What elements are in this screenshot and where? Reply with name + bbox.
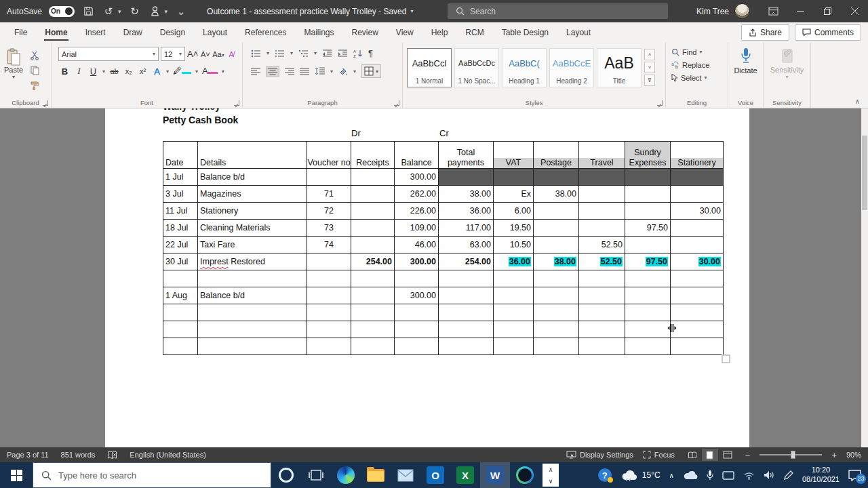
table-cell[interactable] (579, 220, 625, 237)
table-cell[interactable] (625, 237, 671, 253)
table-cell[interactable] (351, 186, 395, 203)
table-cell[interactable] (351, 270, 395, 287)
table-cell[interactable]: Stationery (198, 203, 307, 220)
table-cell[interactable] (307, 270, 351, 287)
table-cell[interactable] (351, 237, 395, 253)
table-cell[interactable] (439, 169, 494, 186)
text-effects-icon[interactable]: A (152, 66, 162, 77)
zoom-out-button[interactable]: − (745, 450, 751, 460)
start-button[interactable] (0, 462, 33, 488)
table-cell[interactable] (671, 220, 724, 237)
table-cell[interactable]: 72 (307, 203, 351, 220)
column-header[interactable]: Details (198, 142, 307, 169)
table-cell[interactable]: Cleaning Materials (198, 220, 307, 237)
taskbar-search[interactable]: Type here to search (33, 462, 271, 488)
network-icon[interactable] (743, 471, 755, 480)
table-cell[interactable] (163, 338, 198, 355)
table-cell[interactable] (625, 338, 671, 355)
zoom-slider[interactable] (760, 454, 822, 455)
table-cell[interactable]: 226.00 (395, 203, 439, 220)
table-cell[interactable]: 3 Jul (163, 186, 198, 203)
column-header[interactable]: Sundry Expenses (625, 142, 671, 169)
table-cell[interactable] (351, 203, 395, 220)
copy-icon[interactable] (27, 64, 42, 77)
zoom-level[interactable]: 90% (846, 451, 861, 459)
column-header[interactable]: Balance (395, 142, 439, 169)
sort-icon[interactable]: AZ (353, 49, 363, 58)
style-normal[interactable]: AaBbCcl 1 Normal (407, 48, 452, 87)
column-header[interactable]: Travel (579, 142, 625, 169)
table-cell[interactable] (625, 203, 671, 220)
table-cell[interactable] (534, 237, 579, 253)
tab-draw[interactable]: Draw (115, 22, 151, 43)
table-cell[interactable]: 71 (307, 186, 351, 203)
pen-tray-icon[interactable] (783, 470, 793, 481)
table-cell[interactable]: Taxi Fare (198, 237, 307, 253)
display-settings-button[interactable]: Display Settings (566, 451, 633, 459)
table-cell[interactable] (671, 169, 724, 186)
table-cell[interactable] (671, 304, 724, 321)
styles-scroll-down-icon[interactable]: ˅ (644, 62, 655, 73)
tab-view[interactable]: View (387, 22, 422, 43)
find-button[interactable]: Find▾ (671, 45, 728, 58)
table-cell[interactable] (579, 304, 625, 321)
style-no-spacing[interactable]: AaBbCcDc 1 No Spac... (454, 48, 499, 87)
italic-button[interactable]: I (74, 66, 84, 77)
close-button[interactable] (841, 0, 868, 22)
table-cell[interactable]: 1 Aug (163, 287, 198, 304)
column-header[interactable]: Date (163, 142, 198, 169)
table-cell[interactable] (494, 169, 534, 186)
table-cell[interactable] (351, 338, 395, 355)
minimize-button[interactable] (787, 0, 814, 22)
table-cell[interactable]: 63.00 (439, 237, 494, 253)
table-cell[interactable] (579, 186, 625, 203)
file-explorer-button[interactable] (361, 462, 391, 488)
shrink-font-icon[interactable]: A˅ (200, 50, 210, 58)
table-cell[interactable]: 254.00 (439, 253, 494, 270)
table-cell[interactable]: 46.00 (395, 237, 439, 253)
tool-caret-icon[interactable]: ▾ (165, 8, 168, 15)
table-cell[interactable] (671, 321, 724, 338)
table-cell[interactable]: 19.50 (494, 220, 534, 237)
increase-indent-icon[interactable] (338, 49, 348, 58)
notification-center-button[interactable]: 23 (848, 470, 861, 481)
superscript-icon[interactable]: x² (138, 67, 148, 75)
style-title[interactable]: AaB Title (597, 48, 642, 87)
bold-button[interactable]: B (60, 66, 70, 77)
tab-table-design[interactable]: Table Design (493, 22, 557, 43)
table-cell[interactable] (671, 237, 724, 253)
table-cell[interactable]: 74 (307, 237, 351, 253)
table-cell[interactable] (671, 287, 724, 304)
table-cell[interactable] (671, 186, 724, 203)
table-cell[interactable]: Ex (494, 186, 534, 203)
table-cell[interactable] (579, 287, 625, 304)
change-case-icon[interactable]: Aa▾ (212, 50, 224, 58)
table-cell[interactable]: 30.00 (671, 203, 724, 220)
tab-design[interactable]: Design (151, 22, 194, 43)
table-cell[interactable]: 10.50 (494, 237, 534, 253)
table-cell[interactable]: 36.00 (439, 203, 494, 220)
table-cell[interactable] (579, 203, 625, 220)
table-cell[interactable]: 38.00 (534, 186, 579, 203)
column-header[interactable]: Receipts (351, 142, 395, 169)
table-cell[interactable] (625, 287, 671, 304)
clear-formatting-icon[interactable]: A̸ (226, 50, 237, 58)
table-cell[interactable] (534, 270, 579, 287)
table-cell[interactable]: 18 Jul (163, 220, 198, 237)
table-cell[interactable] (579, 338, 625, 355)
microphone-tray-icon[interactable] (707, 470, 713, 481)
table-cell[interactable] (534, 203, 579, 220)
print-layout-icon[interactable] (702, 449, 718, 461)
table-cell[interactable] (395, 270, 439, 287)
table-cell[interactable] (579, 270, 625, 287)
table-cell[interactable]: 97.50 (625, 220, 671, 237)
table-cell[interactable] (307, 253, 351, 270)
table-cell[interactable] (494, 304, 534, 321)
table-cell[interactable] (351, 169, 395, 186)
underline-caret-icon[interactable]: ▾ (102, 68, 105, 75)
table-cell[interactable] (395, 321, 439, 338)
table-cell[interactable] (534, 220, 579, 237)
grow-font-icon[interactable]: A˄ (187, 49, 198, 59)
tab-references[interactable]: References (236, 22, 295, 43)
show-hidden-icons[interactable]: ∧ (669, 472, 674, 479)
